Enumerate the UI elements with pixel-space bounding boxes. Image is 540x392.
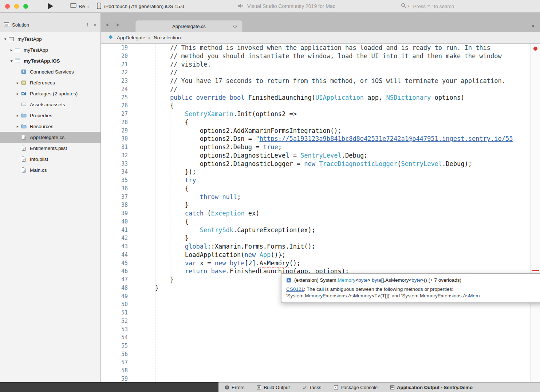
line-number[interactable]: 25 [101,94,130,102]
code-editor[interactable]: 19 // This method is invoked when the ap… [101,44,540,392]
line-number[interactable]: 49 [101,292,130,301]
device-selector[interactable]: iPod touch (7th generation) iOS 15.0 [97,3,184,10]
line-number[interactable]: 36 [101,185,130,193]
collapse-arrow-icon[interactable]: ▾ [2,37,8,41]
line-number[interactable]: 47 [101,276,130,284]
code-line-42[interactable]: 42 } [101,234,540,242]
code-line-35[interactable]: 35 try [101,176,540,185]
code-line-19[interactable]: 19 // This method is invoked when the ap… [101,44,540,52]
tree-item-mytestapp-project[interactable]: ▸myTestApp [0,44,100,55]
tree-item-resources[interactable]: ▸Resources [0,121,100,132]
code-line-52[interactable]: 52 [101,317,540,325]
build-config-selector[interactable]: Re › [70,3,89,9]
line-number[interactable]: 21 [101,60,130,69]
code-line-31[interactable]: 31 options2.Debug = true; [101,143,540,151]
code-line-57[interactable]: 57 [101,359,540,367]
navigate-back-button[interactable]: < [106,21,110,29]
code-line-29[interactable]: 29 options2.AddXamarinFormsIntegration()… [101,127,540,135]
tree-item-packages[interactable]: ▸Packages (2 updates) [0,88,100,99]
line-number[interactable]: 23 [101,77,130,85]
code-line-24[interactable]: 24 // [101,85,540,94]
code-line-21[interactable]: 21 // visible. [101,60,540,69]
expand-arrow-icon[interactable]: ▸ [15,113,21,118]
code-line-22[interactable]: 22 // [101,68,540,77]
code-line-30[interactable]: 30 options2.Dsn = "https://5a193123a9b84… [101,135,540,143]
code-line-36[interactable]: 36 { [101,185,540,193]
breadcrumb-selection[interactable]: No selection [154,35,181,40]
expand-arrow-icon[interactable]: ▸ [15,124,21,129]
navigate-forward-button[interactable]: > [115,21,119,29]
line-number[interactable]: 28 [101,118,130,127]
error-code-link[interactable]: CS0121 [286,286,304,292]
code-line-37[interactable]: 37 throw null; [101,193,540,201]
code-line-55[interactable]: 55 [101,342,540,350]
line-number[interactable]: 31 [101,143,130,151]
code-line-27[interactable]: 27 SentryXamarin.Init(options2 => [101,110,540,118]
code-line-43[interactable]: 43 global::Xamarin.Forms.Forms.Init(); [101,242,540,251]
code-line-28[interactable]: 28 { [101,118,540,127]
tab-overflow-button[interactable]: ▾ [532,24,534,29]
code-line-53[interactable]: 53 [101,325,540,334]
line-number[interactable]: 54 [101,333,130,342]
line-number[interactable]: 35 [101,176,130,185]
minimize-window-button[interactable] [14,4,19,9]
close-window-button[interactable] [5,4,10,9]
line-number[interactable]: 52 [101,317,130,325]
tree-item-entitlements-plist[interactable]: Entitlements.plist [0,143,100,154]
tree-item-appdelegate-cs[interactable]: {}AppDelegate.cs [0,132,100,143]
line-number[interactable]: 40 [101,218,130,226]
pad-button-application-output[interactable]: Application Output - Sentry.Demo [390,385,473,390]
pad-button-errors[interactable]: Errors [225,385,244,390]
line-number[interactable]: 56 [101,350,130,359]
line-number[interactable]: 38 [101,201,130,209]
scrollbar[interactable] [530,44,540,392]
code-line-58[interactable]: 58 [101,367,540,375]
url-link[interactable]: https://5a193123a9b841bc8d8e42531e7242a1… [260,135,513,142]
run-button[interactable] [48,3,53,9]
line-number[interactable]: 55 [101,342,130,350]
line-number[interactable]: 48 [101,284,130,292]
tree-item-mytestapp-ios-project[interactable]: ▾myTestApp.iOS [0,55,100,66]
line-number[interactable]: 24 [101,85,130,94]
tree-item-assets-xcassets[interactable]: Assets.xcassets [0,99,100,110]
code-line-26[interactable]: 26 { [101,102,540,110]
code-line-23[interactable]: 23 // You have 17 seconds to return from… [101,77,540,85]
line-number[interactable]: 46 [101,267,130,276]
code-line-34[interactable]: 34 }); [101,168,540,176]
line-number[interactable]: 29 [101,127,130,135]
line-number[interactable]: 41 [101,226,130,234]
line-number[interactable]: 19 [101,44,130,52]
line-number[interactable]: 53 [101,325,130,334]
code-line-54[interactable]: 54 [101,333,540,342]
pad-button-package-console[interactable]: Package Console [334,385,378,390]
tab-modified-indicator[interactable] [233,25,237,28]
expand-arrow-icon[interactable]: ▸ [15,91,21,96]
tree-item-connected-services[interactable]: Connected Services [0,66,100,77]
code-line-41[interactable]: 41 SentrySdk.CaptureException(ex); [101,226,540,234]
pad-button-build-output[interactable]: Build Output [257,385,290,390]
code-line-40[interactable]: 40 { [101,218,540,226]
pad-button-tasks[interactable]: Tasks [302,385,321,390]
code-line-20[interactable]: 20 // method you should instantiate the … [101,52,540,60]
line-number[interactable]: 50 [101,300,130,309]
search-field[interactable]: ▾ Press '^,' to search [401,3,454,10]
breadcrumb-scope[interactable]: AppDelegate [117,35,145,40]
tab-appdelegate[interactable]: AppDelegate.cs [135,20,243,32]
tree-item-properties[interactable]: ▸Properties [0,110,100,121]
expand-arrow-icon[interactable]: ▸ [8,48,15,52]
code-line-56[interactable]: 56 [101,350,540,359]
collapse-arrow-icon[interactable]: ▾ [8,59,15,63]
line-number[interactable]: 33 [101,160,130,168]
tree-item-main-cs[interactable]: {}Main.cs [0,165,100,175]
code-line-33[interactable]: 33 options2.DiagnosticLogger = new Trace… [101,160,540,168]
code-line-45[interactable]: 45 var x = new byte[2].AsMemory(); [101,259,540,268]
code-line-38[interactable]: 38 } [101,201,540,209]
line-number[interactable]: 51 [101,309,130,317]
line-number[interactable]: 22 [101,68,130,77]
line-number[interactable]: 30 [101,135,130,143]
line-number[interactable]: 43 [101,242,130,251]
code-line-51[interactable]: 51 [101,309,540,317]
close-icon[interactable]: ✕ [93,23,97,28]
line-number[interactable]: 45 [101,259,130,268]
line-number[interactable]: 58 [101,367,130,375]
